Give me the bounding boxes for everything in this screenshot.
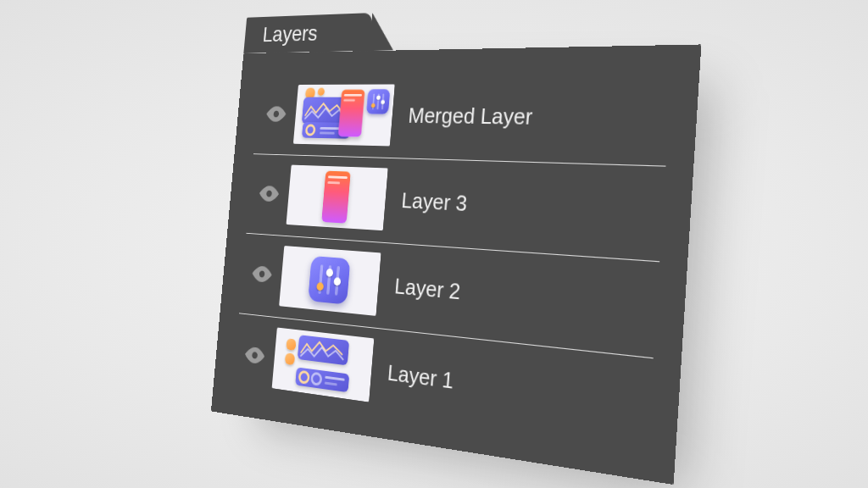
- layer-thumbnail: [287, 164, 388, 230]
- svg-rect-3: [320, 131, 335, 134]
- svg-rect-9: [325, 375, 344, 380]
- layers-panel: Layers Merged Layer Layer 3: [211, 44, 702, 485]
- layer-name-label: Layer 3: [400, 187, 663, 227]
- visibility-eye-icon[interactable]: [235, 345, 275, 366]
- svg-point-8: [311, 373, 321, 385]
- layer-thumbnail: [279, 246, 381, 316]
- svg-point-1: [306, 125, 314, 134]
- layer-name-label: Merged Layer: [408, 103, 670, 132]
- svg-point-7: [299, 371, 309, 383]
- layer-thumbnail: [272, 327, 375, 402]
- visibility-eye-icon[interactable]: [242, 264, 282, 284]
- visibility-eye-icon[interactable]: [249, 185, 289, 202]
- visibility-eye-icon[interactable]: [256, 106, 296, 122]
- layer-row[interactable]: Merged Layer: [253, 72, 672, 166]
- layers-list: Merged Layer Layer 3 Layer 2: [211, 44, 702, 485]
- panel-title: Layers: [262, 20, 319, 47]
- layer-thumbnail: [293, 84, 395, 146]
- layers-tab[interactable]: Layers: [243, 13, 372, 53]
- layer-name-label: Layer 1: [387, 359, 651, 420]
- layer-name-label: Layer 2: [393, 273, 657, 324]
- svg-rect-10: [325, 381, 337, 385]
